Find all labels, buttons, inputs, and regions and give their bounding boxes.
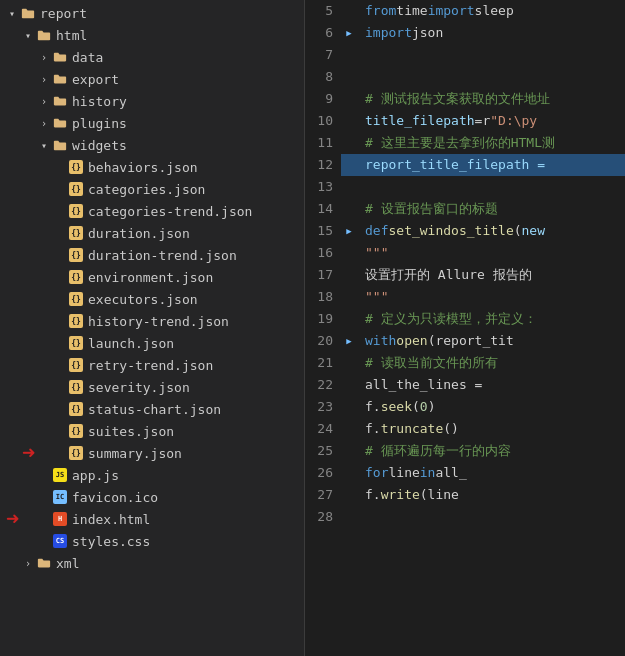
- gutter-18: [341, 286, 357, 308]
- line-number-14: 14: [305, 198, 341, 220]
- file-icon-index.html: H: [52, 511, 68, 527]
- line-number-22: 22: [305, 374, 341, 396]
- line-content-21: # 读取当前文件的所有: [357, 352, 625, 374]
- gutter-10: [341, 110, 357, 132]
- tree-label-styles.css: styles.css: [72, 534, 150, 549]
- code-lines: 5from time import sleep6▶import json789#…: [305, 0, 625, 656]
- line-content-15: def set_windos_title(new: [357, 220, 625, 242]
- code-editor: 5from time import sleep6▶import json789#…: [305, 0, 625, 656]
- tree-arrow-html: [20, 27, 36, 43]
- line-number-13: 13: [305, 176, 341, 198]
- tree-item-export[interactable]: export: [0, 68, 304, 90]
- line-content-24: f.truncate(): [357, 418, 625, 440]
- code-line-14: 14# 设置报告窗口的标题: [305, 198, 625, 220]
- tree-item-styles.css[interactable]: CSstyles.css: [0, 530, 304, 552]
- tree-item-status-chart.json[interactable]: {}status-chart.json: [0, 398, 304, 420]
- line-number-12: 12: [305, 154, 341, 176]
- gutter-28: [341, 506, 357, 528]
- tree-label-status-chart.json: status-chart.json: [88, 402, 221, 417]
- gutter-16: [341, 242, 357, 264]
- tree-item-xml[interactable]: xml: [0, 552, 304, 574]
- tree-item-launch.json[interactable]: {}launch.json: [0, 332, 304, 354]
- tree-item-widgets[interactable]: widgets: [0, 134, 304, 156]
- tree-item-favicon.ico[interactable]: ICfavicon.ico: [0, 486, 304, 508]
- code-line-20: 20▶ with open(report_tit: [305, 330, 625, 352]
- code-line-7: 7: [305, 44, 625, 66]
- line-number-23: 23: [305, 396, 341, 418]
- gutter-20: ▶: [341, 330, 357, 352]
- tree-item-retry-trend.json[interactable]: {}retry-trend.json: [0, 354, 304, 376]
- tree-item-report[interactable]: report: [0, 2, 304, 24]
- code-line-9: 9# 测试报告文案获取的文件地址: [305, 88, 625, 110]
- file-icon-status-chart.json: {}: [68, 401, 84, 417]
- tree-label-summary.json: summary.json: [88, 446, 182, 461]
- code-line-28: 28: [305, 506, 625, 528]
- file-icon-summary.json: {}: [68, 445, 84, 461]
- file-icon-history-trend.json: {}: [68, 313, 84, 329]
- tree-item-app.js[interactable]: JSapp.js: [0, 464, 304, 486]
- gutter-8: [341, 66, 357, 88]
- tree-item-history-trend.json[interactable]: {}history-trend.json: [0, 310, 304, 332]
- line-content-20: with open(report_tit: [357, 330, 625, 352]
- tree-item-executors.json[interactable]: {}executors.json: [0, 288, 304, 310]
- tree-label-severity.json: severity.json: [88, 380, 190, 395]
- file-icon-launch.json: {}: [68, 335, 84, 351]
- tree-label-export: export: [72, 72, 119, 87]
- line-content-5: from time import sleep: [357, 0, 625, 22]
- gutter-25: [341, 440, 357, 462]
- tree-label-categories.json: categories.json: [88, 182, 205, 197]
- file-icon-plugins: [52, 115, 68, 131]
- tree-label-index.html: index.html: [72, 512, 150, 527]
- line-content-16: """: [357, 242, 625, 264]
- tree-item-behaviors.json[interactable]: {}behaviors.json: [0, 156, 304, 178]
- tree-arrow-widgets: [36, 137, 52, 153]
- line-number-26: 26: [305, 462, 341, 484]
- line-content-27: f.write(line: [357, 484, 625, 506]
- line-content-26: for line in all_: [357, 462, 625, 484]
- file-tree[interactable]: report html data export history plugins …: [0, 0, 305, 656]
- code-line-26: 26 for line in all_: [305, 462, 625, 484]
- tree-item-data[interactable]: data: [0, 46, 304, 68]
- code-line-12: 12report_title_filepath =: [305, 154, 625, 176]
- line-content-19: # 定义为只读模型，并定义：: [357, 308, 625, 330]
- code-line-23: 23 f.seek(0): [305, 396, 625, 418]
- tree-label-favicon.ico: favicon.ico: [72, 490, 158, 505]
- tree-label-behaviors.json: behaviors.json: [88, 160, 198, 175]
- tree-item-severity.json[interactable]: {}severity.json: [0, 376, 304, 398]
- gutter-19: [341, 308, 357, 330]
- tree-item-suites.json[interactable]: {}suites.json: [0, 420, 304, 442]
- line-content-14: # 设置报告窗口的标题: [357, 198, 625, 220]
- line-number-19: 19: [305, 308, 341, 330]
- tree-item-duration-trend.json[interactable]: {}duration-trend.json: [0, 244, 304, 266]
- tree-label-launch.json: launch.json: [88, 336, 174, 351]
- line-content-17: 设置打开的 Allure 报告的: [357, 264, 625, 286]
- tree-item-history[interactable]: history: [0, 90, 304, 112]
- line-content-22: all_the_lines =: [357, 374, 625, 396]
- line-number-11: 11: [305, 132, 341, 154]
- gutter-14: [341, 198, 357, 220]
- tree-item-summary.json[interactable]: ➜{}summary.json: [0, 442, 304, 464]
- tree-item-index.html[interactable]: ➜Hindex.html: [0, 508, 304, 530]
- line-content-18: """: [357, 286, 625, 308]
- line-number-17: 17: [305, 264, 341, 286]
- code-line-5: 5from time import sleep: [305, 0, 625, 22]
- code-line-6: 6▶import json: [305, 22, 625, 44]
- tree-item-categories-trend.json[interactable]: {}categories-trend.json: [0, 200, 304, 222]
- gutter-7: [341, 44, 357, 66]
- code-line-13: 13: [305, 176, 625, 198]
- tree-arrow-export: [36, 71, 52, 87]
- tree-label-app.js: app.js: [72, 468, 119, 483]
- tree-item-html[interactable]: html: [0, 24, 304, 46]
- tree-item-plugins[interactable]: plugins: [0, 112, 304, 134]
- tree-label-history-trend.json: history-trend.json: [88, 314, 229, 329]
- tree-item-categories.json[interactable]: {}categories.json: [0, 178, 304, 200]
- tree-item-duration.json[interactable]: {}duration.json: [0, 222, 304, 244]
- line-content-10: title_filepath = r"D:\py: [357, 110, 625, 132]
- code-line-25: 25 # 循环遍历每一行的内容: [305, 440, 625, 462]
- tree-item-environment.json[interactable]: {}environment.json: [0, 266, 304, 288]
- gutter-26: [341, 462, 357, 484]
- tree-arrow-xml: [20, 555, 36, 571]
- red-arrow-index.html: ➜: [6, 508, 19, 530]
- line-content-8: [357, 66, 625, 88]
- gutter-17: [341, 264, 357, 286]
